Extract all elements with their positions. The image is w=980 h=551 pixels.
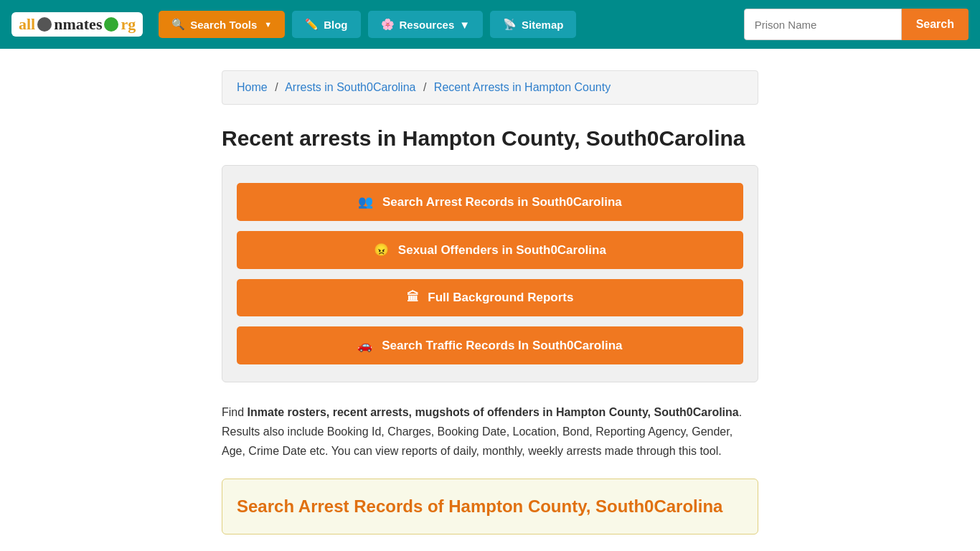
breadcrumb-home[interactable]: Home (237, 81, 268, 93)
traffic-records-button[interactable]: 🚗 Search Traffic Records In South0Caroli… (237, 326, 743, 364)
blog-label: Blog (324, 19, 347, 31)
search-icon: 🔍 (171, 18, 185, 31)
desc-bold: Inmate rosters, recent arrests, mugshots… (248, 406, 739, 418)
main-content: Home / Arrests in South0Carolina / Recen… (210, 70, 770, 551)
chevron-down-icon2: ▼ (459, 19, 470, 31)
desc-prefix: Find (222, 406, 248, 418)
breadcrumb-sep2: / (423, 81, 426, 93)
traffic-records-label: Search Traffic Records In South0Carolina (382, 339, 622, 352)
building-icon: 🏛 (407, 291, 419, 304)
nav-search-button[interactable]: Search (902, 9, 969, 40)
nav-search-label: Search (916, 18, 954, 30)
people-icon: 👥 (358, 195, 373, 209)
prison-name-input[interactable] (744, 9, 902, 40)
logo-text-org: rg (121, 15, 136, 34)
breadcrumb-current: Recent Arrests in Hampton County (434, 81, 611, 93)
car-icon: 🚗 (357, 339, 372, 352)
resources-button[interactable]: 🌸 Resources ▼ (368, 11, 484, 38)
logo-text-inmates: nmates (54, 15, 102, 34)
sitemap-label: Sitemap (522, 19, 563, 31)
background-reports-label: Full Background Reports (428, 291, 573, 304)
sitemap-button[interactable]: 📡 Sitemap (490, 11, 576, 38)
logo-text-all: all (19, 15, 35, 34)
search-arrest-label: Search Arrest Records in South0Carolina (382, 195, 622, 209)
offender-icon: 😠 (374, 243, 389, 257)
sexual-offenders-label: Sexual Offenders in South0Carolina (398, 243, 606, 257)
search-records-title: Search Arrest Records of Hampton County,… (237, 496, 743, 517)
breadcrumb-arrests[interactable]: Arrests in South0Carolina (285, 81, 415, 93)
logo-box: all nmates rg (11, 12, 143, 37)
resources-label: Resources (400, 19, 455, 31)
page-title: Recent arrests in Hampton County, South0… (222, 126, 758, 151)
logo-icon2 (104, 17, 118, 32)
description-text: Find Inmate rosters, recent arrests, mug… (222, 402, 758, 461)
navbar: all nmates rg 🔍 Search Tools ▼ ✏️ Blog 🌸… (0, 0, 980, 49)
background-reports-button[interactable]: 🏛 Full Background Reports (237, 279, 743, 316)
action-card: 👥 Search Arrest Records in South0Carolin… (222, 165, 758, 382)
resources-icon: 🌸 (381, 18, 395, 31)
search-arrest-records-button[interactable]: 👥 Search Arrest Records in South0Carolin… (237, 183, 743, 221)
nav-search-area: Search (744, 9, 969, 40)
blog-button[interactable]: ✏️ Blog (292, 11, 360, 38)
sitemap-icon: 📡 (503, 18, 517, 31)
logo[interactable]: all nmates rg (11, 12, 143, 37)
chevron-down-icon: ▼ (264, 20, 272, 29)
breadcrumb: Home / Arrests in South0Carolina / Recen… (222, 70, 758, 105)
search-tools-button[interactable]: 🔍 Search Tools ▼ (159, 11, 285, 38)
logo-icon (37, 17, 52, 32)
breadcrumb-sep1: / (275, 81, 278, 93)
search-tools-label: Search Tools (190, 19, 257, 31)
blog-icon: ✏️ (305, 18, 319, 31)
search-records-card: Search Arrest Records of Hampton County,… (222, 479, 758, 534)
sexual-offenders-button[interactable]: 😠 Sexual Offenders in South0Carolina (237, 231, 743, 269)
